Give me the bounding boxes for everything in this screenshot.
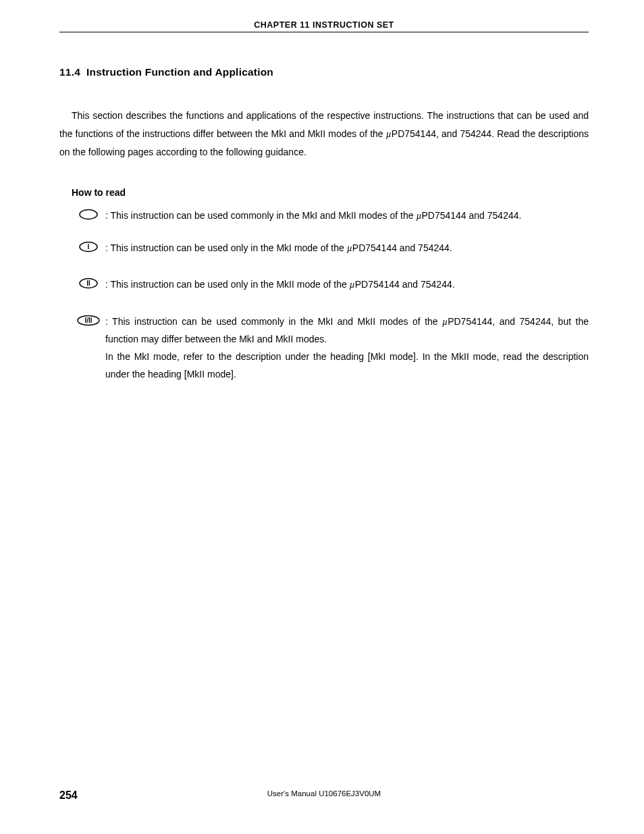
ellipse-icon-i: I	[78, 241, 99, 253]
legend-row-mk1: I : This instruction can be used only in…	[72, 240, 589, 257]
legend-icon-mk2: II	[72, 276, 105, 289]
legend-icon-mk1-2: I/II	[72, 313, 105, 326]
svg-text:I/II: I/II	[84, 317, 92, 324]
svg-text:I: I	[88, 243, 90, 251]
legend-desc-pre: : This instruction can be used only in t…	[105, 242, 347, 253]
intro-paragraph: This section describes the functions and…	[59, 107, 589, 161]
legend-text-mk1: : This instruction can be used only in t…	[105, 240, 589, 257]
svg-text:II: II	[86, 280, 90, 287]
legend-desc-pre: : This instruction can be used commonly …	[105, 316, 442, 327]
ellipse-icon-i-ii: I/II	[76, 315, 101, 326]
legend-extra: In the MkI mode, refer to the descriptio…	[105, 351, 589, 380]
legend-desc-post: PD754144 and 754244.	[355, 279, 455, 290]
legend-text-mk1-2: : This instruction can be used commonly …	[105, 313, 589, 384]
footer-doc-id: User's Manual U10676EJ3V0UM	[267, 789, 381, 798]
legend-row-mk1-2: I/II : This instruction can be used comm…	[72, 313, 589, 384]
mu-glyph: µ	[386, 129, 392, 139]
document-page: CHAPTER 11 INSTRUCTION SET 11.4 Instruct…	[0, 0, 644, 834]
how-to-read-title: How to read	[72, 187, 589, 198]
how-to-read-block: How to read : This instruction can be us…	[72, 187, 589, 384]
svg-point-0	[80, 209, 97, 219]
legend-desc-pre: : This instruction can be used only in t…	[105, 279, 350, 290]
footer: 254 User's Manual U10676EJ3V0UM	[59, 789, 589, 802]
section-name: Instruction Function and Application	[86, 66, 273, 78]
legend-text-mk2: : This instruction can be used only in t…	[105, 276, 589, 294]
legend-desc-post: PD754144 and 754244.	[352, 242, 452, 253]
section-number: 11.4	[59, 66, 80, 78]
mu-glyph: µ	[442, 317, 448, 327]
page-number: 254	[59, 789, 78, 802]
legend-text-common: : This instruction can be used commonly …	[105, 207, 589, 225]
legend-row-mk2: II : This instruction can be used only i…	[72, 276, 589, 294]
legend-row-common: : This instruction can be used commonly …	[72, 207, 589, 225]
legend-desc-pre: : This instruction can be used commonly …	[105, 210, 416, 221]
header-rule: CHAPTER 11 INSTRUCTION SET	[59, 20, 589, 32]
legend-desc-post: PD754144 and 754244.	[421, 210, 521, 221]
ellipse-icon-empty	[78, 209, 99, 220]
mu-glyph: µ	[347, 243, 352, 253]
ellipse-icon-ii: II	[78, 278, 99, 289]
legend-icon-common	[72, 207, 105, 220]
chapter-header: CHAPTER 11 INSTRUCTION SET	[59, 20, 589, 30]
section-title: 11.4 Instruction Function and Applicatio…	[59, 66, 589, 78]
mu-glyph: µ	[350, 280, 355, 290]
legend-icon-mk1: I	[72, 240, 105, 253]
